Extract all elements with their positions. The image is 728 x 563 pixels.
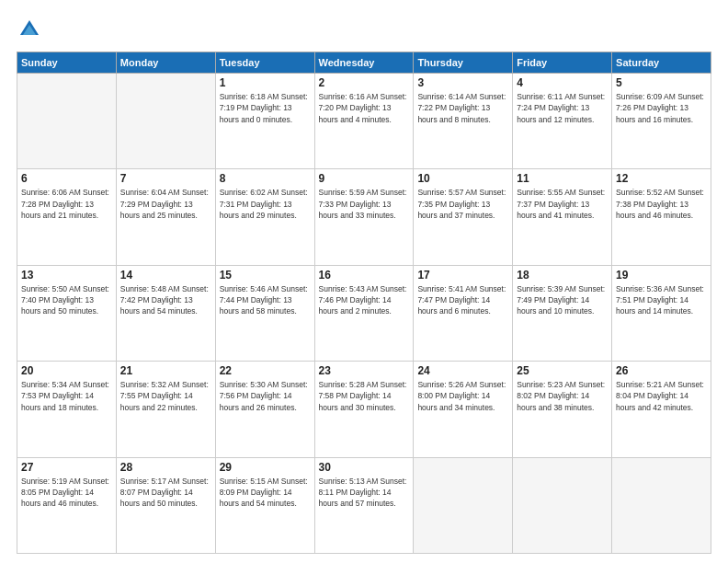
weekday-header: Thursday xyxy=(414,52,513,74)
day-number: 27 xyxy=(21,461,112,474)
day-number: 13 xyxy=(21,269,112,282)
header xyxy=(17,17,711,42)
day-number: 10 xyxy=(417,172,508,185)
day-info: Sunrise: 5:30 AM Sunset: 7:56 PM Dayligh… xyxy=(220,379,311,413)
weekday-header: Wednesday xyxy=(314,52,414,74)
calendar-cell: 22Sunrise: 5:30 AM Sunset: 7:56 PM Dayli… xyxy=(215,362,314,457)
day-info: Sunrise: 6:06 AM Sunset: 7:28 PM Dayligh… xyxy=(21,187,112,221)
calendar-cell: 6Sunrise: 6:06 AM Sunset: 7:28 PM Daylig… xyxy=(17,169,117,265)
day-info: Sunrise: 5:36 AM Sunset: 7:51 PM Dayligh… xyxy=(616,283,707,317)
calendar-cell: 28Sunrise: 5:17 AM Sunset: 8:07 PM Dayli… xyxy=(116,457,215,553)
day-number: 28 xyxy=(120,461,211,474)
day-number: 6 xyxy=(21,172,112,185)
day-number: 9 xyxy=(319,172,410,185)
day-number: 25 xyxy=(517,364,608,377)
day-number: 12 xyxy=(616,172,707,185)
day-number: 26 xyxy=(616,364,707,377)
calendar-week-row: 27Sunrise: 5:19 AM Sunset: 8:05 PM Dayli… xyxy=(17,457,711,553)
calendar-cell: 27Sunrise: 5:19 AM Sunset: 8:05 PM Dayli… xyxy=(17,457,117,553)
weekday-header-row: SundayMondayTuesdayWednesdayThursdayFrid… xyxy=(17,52,711,74)
calendar-cell: 16Sunrise: 5:43 AM Sunset: 7:46 PM Dayli… xyxy=(314,265,414,361)
day-info: Sunrise: 6:16 AM Sunset: 7:20 PM Dayligh… xyxy=(319,91,410,125)
calendar-cell: 11Sunrise: 5:55 AM Sunset: 7:37 PM Dayli… xyxy=(513,169,612,265)
calendar-cell: 26Sunrise: 5:21 AM Sunset: 8:04 PM Dayli… xyxy=(612,362,711,457)
day-info: Sunrise: 6:14 AM Sunset: 7:22 PM Dayligh… xyxy=(417,91,508,125)
day-info: Sunrise: 5:43 AM Sunset: 7:46 PM Dayligh… xyxy=(319,283,410,317)
day-info: Sunrise: 5:13 AM Sunset: 8:11 PM Dayligh… xyxy=(319,476,410,510)
calendar-cell: 4Sunrise: 6:11 AM Sunset: 7:24 PM Daylig… xyxy=(513,74,612,169)
day-info: Sunrise: 5:32 AM Sunset: 7:55 PM Dayligh… xyxy=(120,379,211,413)
calendar-week-row: 20Sunrise: 5:34 AM Sunset: 7:53 PM Dayli… xyxy=(17,362,711,457)
day-number: 3 xyxy=(417,76,508,89)
weekday-header: Tuesday xyxy=(215,52,314,74)
day-number: 2 xyxy=(319,76,410,89)
day-info: Sunrise: 5:17 AM Sunset: 8:07 PM Dayligh… xyxy=(120,476,211,510)
calendar-cell: 15Sunrise: 5:46 AM Sunset: 7:44 PM Dayli… xyxy=(215,265,314,361)
calendar-cell: 14Sunrise: 5:48 AM Sunset: 7:42 PM Dayli… xyxy=(116,265,215,361)
calendar-cell: 20Sunrise: 5:34 AM Sunset: 7:53 PM Dayli… xyxy=(17,362,117,457)
calendar-cell: 5Sunrise: 6:09 AM Sunset: 7:26 PM Daylig… xyxy=(612,74,711,169)
day-info: Sunrise: 5:23 AM Sunset: 8:02 PM Dayligh… xyxy=(517,379,608,413)
calendar-cell: 18Sunrise: 5:39 AM Sunset: 7:49 PM Dayli… xyxy=(513,265,612,361)
weekday-header: Monday xyxy=(116,52,215,74)
calendar-cell: 19Sunrise: 5:36 AM Sunset: 7:51 PM Dayli… xyxy=(612,265,711,361)
logo-icon xyxy=(17,17,42,42)
day-info: Sunrise: 5:59 AM Sunset: 7:33 PM Dayligh… xyxy=(319,187,410,221)
day-info: Sunrise: 6:18 AM Sunset: 7:19 PM Dayligh… xyxy=(220,91,311,125)
calendar-cell: 21Sunrise: 5:32 AM Sunset: 7:55 PM Dayli… xyxy=(116,362,215,457)
day-number: 11 xyxy=(517,172,608,185)
calendar-cell xyxy=(513,457,612,553)
logo xyxy=(17,17,46,42)
day-info: Sunrise: 5:50 AM Sunset: 7:40 PM Dayligh… xyxy=(21,283,112,317)
day-info: Sunrise: 5:55 AM Sunset: 7:37 PM Dayligh… xyxy=(517,187,608,221)
day-number: 17 xyxy=(417,269,508,282)
day-number: 16 xyxy=(319,269,410,282)
day-number: 4 xyxy=(517,76,608,89)
day-info: Sunrise: 5:26 AM Sunset: 8:00 PM Dayligh… xyxy=(417,379,508,413)
calendar-cell: 24Sunrise: 5:26 AM Sunset: 8:00 PM Dayli… xyxy=(414,362,513,457)
calendar-cell xyxy=(17,74,117,169)
calendar-cell: 7Sunrise: 6:04 AM Sunset: 7:29 PM Daylig… xyxy=(116,169,215,265)
calendar-cell: 8Sunrise: 6:02 AM Sunset: 7:31 PM Daylig… xyxy=(215,169,314,265)
day-info: Sunrise: 5:21 AM Sunset: 8:04 PM Dayligh… xyxy=(616,379,707,413)
day-info: Sunrise: 5:57 AM Sunset: 7:35 PM Dayligh… xyxy=(417,187,508,221)
day-info: Sunrise: 5:52 AM Sunset: 7:38 PM Dayligh… xyxy=(616,187,707,221)
calendar-cell: 13Sunrise: 5:50 AM Sunset: 7:40 PM Dayli… xyxy=(17,265,117,361)
calendar-cell: 9Sunrise: 5:59 AM Sunset: 7:33 PM Daylig… xyxy=(314,169,414,265)
calendar-week-row: 1Sunrise: 6:18 AM Sunset: 7:19 PM Daylig… xyxy=(17,74,711,169)
calendar-cell xyxy=(414,457,513,553)
calendar-cell: 10Sunrise: 5:57 AM Sunset: 7:35 PM Dayli… xyxy=(414,169,513,265)
day-number: 8 xyxy=(220,172,311,185)
calendar-table: SundayMondayTuesdayWednesdayThursdayFrid… xyxy=(17,52,711,554)
day-info: Sunrise: 6:11 AM Sunset: 7:24 PM Dayligh… xyxy=(517,91,608,125)
day-number: 23 xyxy=(319,364,410,377)
day-number: 14 xyxy=(120,269,211,282)
day-number: 19 xyxy=(616,269,707,282)
day-info: Sunrise: 5:15 AM Sunset: 8:09 PM Dayligh… xyxy=(220,476,311,510)
calendar-cell: 12Sunrise: 5:52 AM Sunset: 7:38 PM Dayli… xyxy=(612,169,711,265)
day-info: Sunrise: 5:46 AM Sunset: 7:44 PM Dayligh… xyxy=(220,283,311,317)
calendar-cell: 30Sunrise: 5:13 AM Sunset: 8:11 PM Dayli… xyxy=(314,457,414,553)
calendar-cell: 3Sunrise: 6:14 AM Sunset: 7:22 PM Daylig… xyxy=(414,74,513,169)
page: SundayMondayTuesdayWednesdayThursdayFrid… xyxy=(0,0,728,563)
calendar-body: 1Sunrise: 6:18 AM Sunset: 7:19 PM Daylig… xyxy=(17,74,711,554)
calendar-cell: 23Sunrise: 5:28 AM Sunset: 7:58 PM Dayli… xyxy=(314,362,414,457)
day-info: Sunrise: 5:34 AM Sunset: 7:53 PM Dayligh… xyxy=(21,379,112,413)
day-info: Sunrise: 6:09 AM Sunset: 7:26 PM Dayligh… xyxy=(616,91,707,125)
day-number: 22 xyxy=(220,364,311,377)
day-number: 18 xyxy=(517,269,608,282)
calendar-cell: 1Sunrise: 6:18 AM Sunset: 7:19 PM Daylig… xyxy=(215,74,314,169)
day-number: 15 xyxy=(220,269,311,282)
day-number: 20 xyxy=(21,364,112,377)
day-number: 21 xyxy=(120,364,211,377)
day-info: Sunrise: 6:02 AM Sunset: 7:31 PM Dayligh… xyxy=(220,187,311,221)
day-info: Sunrise: 5:41 AM Sunset: 7:47 PM Dayligh… xyxy=(417,283,508,317)
calendar-cell: 25Sunrise: 5:23 AM Sunset: 8:02 PM Dayli… xyxy=(513,362,612,457)
day-info: Sunrise: 5:19 AM Sunset: 8:05 PM Dayligh… xyxy=(21,476,112,510)
weekday-header: Saturday xyxy=(612,52,711,74)
day-number: 1 xyxy=(220,76,311,89)
calendar-cell: 29Sunrise: 5:15 AM Sunset: 8:09 PM Dayli… xyxy=(215,457,314,553)
day-info: Sunrise: 5:48 AM Sunset: 7:42 PM Dayligh… xyxy=(120,283,211,317)
day-number: 5 xyxy=(616,76,707,89)
calendar-week-row: 13Sunrise: 5:50 AM Sunset: 7:40 PM Dayli… xyxy=(17,265,711,361)
